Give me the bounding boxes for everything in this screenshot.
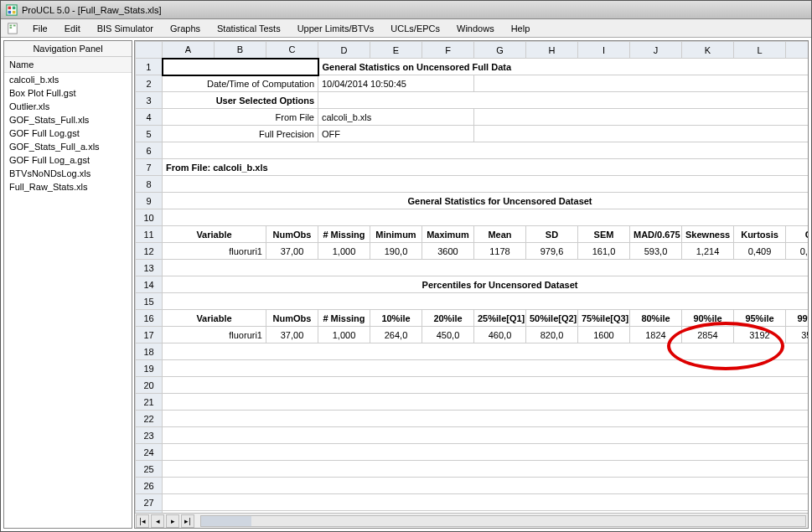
cell[interactable]: 0,831 [786, 243, 809, 260]
cell[interactable]: 979,6 [526, 243, 578, 260]
menu-windows[interactable]: Windows [448, 21, 503, 36]
cell[interactable]: 1,000 [318, 327, 370, 343]
cell[interactable]: General Statistics for Uncensored Datase… [163, 193, 809, 209]
row-header[interactable]: 18 [136, 343, 163, 360]
menu-file[interactable]: File [24, 21, 56, 36]
cell[interactable]: NumObs [266, 310, 318, 327]
cell[interactable]: 25%ile[Q1] [474, 310, 526, 327]
cell[interactable]: User Selected Options [163, 92, 318, 109]
cell[interactable]: # Missing [318, 226, 370, 243]
col-header[interactable]: L [734, 42, 786, 59]
row-header[interactable]: 20 [136, 377, 163, 394]
cell[interactable] [474, 75, 809, 92]
col-header[interactable]: G [474, 42, 526, 59]
row-header[interactable]: 21 [136, 394, 163, 411]
row-header[interactable]: 13 [136, 260, 163, 276]
cell[interactable]: OFF [318, 126, 474, 142]
cell[interactable] [474, 126, 809, 142]
row-header[interactable]: 27 [136, 494, 163, 511]
cell[interactable]: 460,0 [474, 327, 526, 343]
nav-item[interactable]: GOF_Stats_Full.xls [4, 113, 132, 127]
menu-edit[interactable]: Edit [56, 21, 89, 36]
cell[interactable]: 161,0 [578, 243, 630, 260]
row-header[interactable]: 17 [136, 327, 163, 343]
row-header[interactable]: 25 [136, 461, 163, 478]
row-header[interactable]: 7 [136, 159, 163, 176]
cell[interactable]: 3514 [786, 327, 809, 343]
cell[interactable] [163, 360, 809, 377]
row-header[interactable]: 5 [136, 126, 163, 142]
tab-nav-first-icon[interactable]: |◂ [136, 514, 149, 528]
cell[interactable] [163, 427, 809, 444]
cell[interactable]: 20%ile [422, 310, 474, 327]
nav-item[interactable]: GOF Full Log_a.gst [4, 153, 132, 167]
cell[interactable] [163, 260, 809, 276]
row-header[interactable]: 22 [136, 411, 163, 427]
cell[interactable]: fluoruri1 [163, 327, 266, 343]
cell[interactable]: SEM [578, 226, 630, 243]
cell[interactable]: Maximum [422, 226, 474, 243]
cell[interactable] [163, 176, 809, 193]
col-header[interactable]: H [526, 42, 578, 59]
cell[interactable]: Kurtosis [734, 226, 786, 243]
cell[interactable]: 10%ile [370, 310, 422, 327]
cell[interactable]: 80%ile [630, 310, 682, 327]
cell[interactable]: MAD/0.675 [630, 226, 682, 243]
cell[interactable] [163, 343, 809, 360]
cell-selected[interactable] [163, 59, 318, 75]
cell[interactable]: 820,0 [526, 327, 578, 343]
row-header[interactable]: 15 [136, 293, 163, 310]
tab-nav-last-icon[interactable]: ▸| [181, 514, 194, 528]
row-header[interactable]: 1 [136, 59, 163, 75]
tab-nav-prev-icon[interactable]: ◂ [151, 514, 164, 528]
row-header[interactable]: 6 [136, 142, 163, 159]
row-header[interactable]: 24 [136, 444, 163, 461]
nav-item[interactable]: calcoli_b.xls [4, 73, 132, 86]
cell[interactable]: Variable [163, 310, 266, 327]
cell[interactable] [163, 142, 809, 159]
nav-item[interactable]: Box Plot Full.gst [4, 86, 132, 100]
row-header[interactable]: 12 [136, 243, 163, 260]
row-header[interactable]: 26 [136, 478, 163, 494]
scroll-thumb[interactable] [201, 516, 251, 526]
cell[interactable]: 75%ile[Q3] [578, 310, 630, 327]
cell[interactable]: General Statistics on Uncensored Full Da… [318, 59, 809, 75]
cell[interactable]: 1,000 [318, 243, 370, 260]
cell[interactable] [163, 494, 809, 511]
menu-upper[interactable]: Upper Limits/BTVs [289, 21, 383, 36]
cell[interactable] [163, 411, 809, 427]
row-header[interactable]: 3 [136, 92, 163, 109]
menu-stats[interactable]: Statistical Tests [209, 21, 289, 36]
menu-bis[interactable]: BIS Simulator [89, 21, 162, 36]
col-header[interactable]: I [578, 42, 630, 59]
nav-item[interactable]: BTVsNoNDsLog.xls [4, 167, 132, 180]
cell[interactable]: 99%ile [786, 310, 809, 327]
cell[interactable] [163, 478, 809, 494]
row-header[interactable]: 23 [136, 427, 163, 444]
col-header[interactable]: B [215, 42, 266, 59]
col-header[interactable]: D [318, 42, 370, 59]
spreadsheet-grid[interactable]: A B C D E F G H I J K L M 1General [135, 41, 808, 513]
cell[interactable]: Variable [163, 226, 266, 243]
cell[interactable] [163, 377, 809, 394]
cell[interactable] [163, 209, 809, 226]
cell[interactable] [318, 92, 809, 109]
cell[interactable]: 190,0 [370, 243, 422, 260]
cell[interactable]: 1178 [474, 243, 526, 260]
row-header[interactable]: 19 [136, 360, 163, 377]
row-header[interactable]: 10 [136, 209, 163, 226]
cell[interactable]: 1600 [578, 327, 630, 343]
cell[interactable]: 95%ile [734, 310, 786, 327]
cell[interactable]: Date/Time of Computation [163, 75, 318, 92]
cell[interactable]: 450,0 [422, 327, 474, 343]
cell[interactable] [474, 109, 809, 126]
cell[interactable] [163, 511, 809, 514]
cell[interactable]: 3600 [422, 243, 474, 260]
menu-graphs[interactable]: Graphs [162, 21, 209, 36]
cell[interactable]: Full Precision [163, 126, 318, 142]
nav-item[interactable]: GOF_Stats_Full_a.xls [4, 140, 132, 153]
scroll-track[interactable] [200, 515, 806, 527]
col-header[interactable]: J [630, 42, 682, 59]
cell[interactable] [163, 461, 809, 478]
horizontal-scrollbar[interactable]: |◂ ◂ ▸ ▸| [135, 513, 808, 528]
